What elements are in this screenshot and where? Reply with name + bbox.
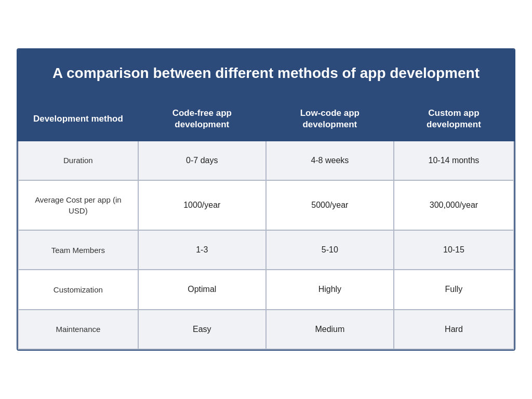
cell-method: Average Cost per app (in USD) — [18, 180, 138, 230]
cell-custom: 10-15 — [394, 230, 514, 270]
cell-method: Team Members — [18, 230, 138, 270]
cell-codefree: 0-7 days — [138, 141, 266, 180]
cell-codefree: 1000/year — [138, 180, 266, 230]
cell-custom: Fully — [394, 270, 514, 309]
table-row: Team Members1-35-1010-15 — [18, 230, 514, 270]
cell-codefree: Easy — [138, 310, 266, 349]
cell-method: Maintenance — [18, 310, 138, 349]
cell-lowcode: Highly — [266, 270, 394, 309]
cell-custom: 10-14 months — [394, 141, 514, 180]
table-row: Average Cost per app (in USD)1000/year50… — [18, 180, 514, 230]
cell-custom: Hard — [394, 310, 514, 349]
header-custom: Custom app development — [394, 98, 514, 140]
cell-codefree: Optimal — [138, 270, 266, 309]
cell-lowcode: 4-8 weeks — [266, 141, 394, 180]
cell-codefree: 1-3 — [138, 230, 266, 270]
cell-custom: 300,000/year — [394, 180, 514, 230]
header-lowcode: Low-code app development — [266, 98, 394, 140]
table-header-row: Development method Code-free app develop… — [18, 98, 514, 140]
table-row: Duration0-7 days4-8 weeks10-14 months — [18, 141, 514, 180]
cell-method: Duration — [18, 141, 138, 180]
comparison-table-container: A comparison between different methods o… — [17, 48, 515, 351]
header-codefree: Code-free app development — [138, 98, 266, 140]
comparison-table: Development method Code-free app develop… — [18, 97, 514, 350]
cell-lowcode: 5000/year — [266, 180, 394, 230]
table-title: A comparison between different methods o… — [18, 49, 514, 97]
table-row: CustomizationOptimalHighlyFully — [18, 270, 514, 309]
cell-lowcode: Medium — [266, 310, 394, 349]
header-method: Development method — [18, 98, 138, 140]
cell-lowcode: 5-10 — [266, 230, 394, 270]
cell-method: Customization — [18, 270, 138, 309]
table-row: MaintenanceEasyMediumHard — [18, 310, 514, 349]
